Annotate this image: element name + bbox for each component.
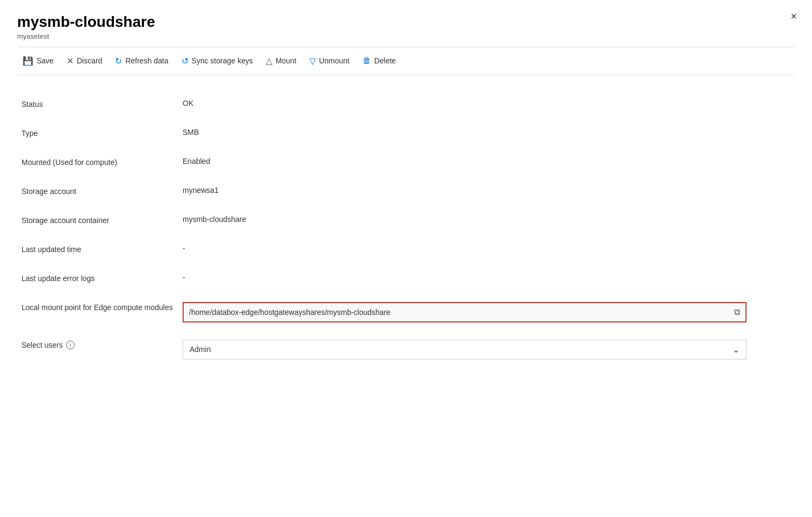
field-row: StatusOK — [21, 90, 791, 119]
mount-icon: △ — [266, 56, 272, 66]
mount-point-value: /home/databox-edge/hostgatewayshares/mys… — [183, 302, 791, 322]
content-area: StatusOKTypeSMBMounted (Used for compute… — [17, 90, 795, 368]
field-value: - — [183, 244, 791, 253]
save-button[interactable]: 💾 Save — [17, 53, 59, 69]
sync-label: Sync storage keys — [192, 56, 253, 65]
field-row: Last update error logs- — [21, 264, 791, 293]
field-label: Storage account container — [21, 215, 183, 225]
unmount-button[interactable]: ▽ Unmount — [304, 53, 355, 69]
mount-point-row: Local mount point for Edge compute modul… — [21, 293, 791, 331]
main-panel: × mysmb-cloudshare myasetest 💾 Save ✕ Di… — [0, 0, 812, 517]
panel-header: mysmb-cloudshare myasetest — [17, 13, 795, 40]
users-dropdown-value: Admin — [190, 345, 211, 354]
field-label: Storage account — [21, 186, 183, 196]
field-row: Storage accountmynewsa1 — [21, 177, 791, 206]
mount-path-box: /home/databox-edge/hostgatewayshares/mys… — [183, 302, 746, 322]
chevron-down-icon: ⌄ — [733, 344, 740, 355]
unmount-label: Unmount — [319, 56, 350, 65]
delete-button[interactable]: 🗑 Delete — [357, 53, 401, 69]
delete-icon: 🗑 — [363, 56, 371, 66]
select-users-row: Select users i Admin ⌄ — [21, 331, 791, 368]
field-value: OK — [183, 99, 791, 107]
field-row: Last updated time- — [21, 235, 791, 264]
mount-label: Mount — [276, 56, 296, 65]
field-value: mysmb-cloudshare — [183, 215, 791, 224]
save-icon: 💾 — [23, 56, 33, 66]
unmount-icon: ▽ — [309, 56, 316, 66]
discard-icon: ✕ — [67, 56, 74, 66]
toolbar: 💾 Save ✕ Discard ↻ Refresh data ↺ Sync s… — [17, 47, 795, 75]
sync-button[interactable]: ↺ Sync storage keys — [176, 53, 258, 69]
field-row: Mounted (Used for compute)Enabled — [21, 148, 791, 177]
panel-title: mysmb-cloudshare — [17, 13, 795, 31]
refresh-button[interactable]: ↻ Refresh data — [110, 53, 173, 69]
field-value: mynewsa1 — [183, 186, 791, 195]
field-value: - — [183, 273, 791, 282]
save-label: Save — [37, 56, 54, 65]
panel-subtitle: myasetest — [17, 32, 795, 40]
select-users-label-container: Select users i — [21, 340, 183, 349]
field-row: TypeSMB — [21, 119, 791, 148]
discard-button[interactable]: ✕ Discard — [61, 53, 107, 69]
delete-label: Delete — [374, 56, 396, 65]
field-label: Type — [21, 128, 183, 138]
info-icon: i — [66, 341, 75, 349]
refresh-icon: ↻ — [115, 56, 122, 66]
field-label: Last updated time — [21, 244, 183, 254]
refresh-label: Refresh data — [125, 56, 168, 65]
mount-point-label: Local mount point for Edge compute modul… — [21, 302, 183, 312]
field-value: Enabled — [183, 157, 791, 166]
discard-label: Discard — [77, 56, 102, 65]
field-label: Last update error logs — [21, 273, 183, 283]
close-button[interactable]: × — [791, 11, 797, 21]
select-users-label: Select users — [21, 341, 63, 349]
field-value: SMB — [183, 128, 791, 137]
field-row: Storage account containermysmb-cloudshar… — [21, 206, 791, 235]
users-dropdown[interactable]: Admin ⌄ — [183, 340, 746, 360]
field-label: Status — [21, 99, 183, 109]
mount-path-text: /home/databox-edge/hostgatewayshares/mys… — [189, 308, 730, 317]
select-users-value: Admin ⌄ — [183, 340, 791, 360]
copy-icon[interactable]: ⧉ — [734, 307, 740, 317]
sync-icon: ↺ — [182, 56, 189, 66]
field-label: Mounted (Used for compute) — [21, 157, 183, 167]
mount-button[interactable]: △ Mount — [260, 53, 302, 69]
field-rows: StatusOKTypeSMBMounted (Used for compute… — [21, 90, 791, 293]
